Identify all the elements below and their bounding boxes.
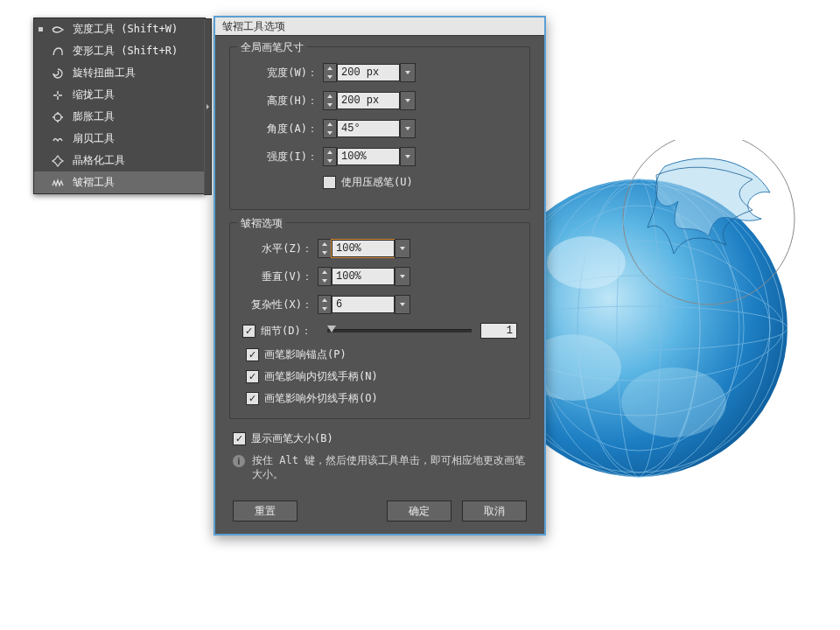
tool-label: 宽度工具 (Shift+W) xyxy=(73,22,178,37)
spinner-height[interactable] xyxy=(323,91,337,110)
input-detail-value[interactable]: 1 xyxy=(480,323,517,339)
label-complexity: 复杂性(X)： xyxy=(242,298,318,312)
twirl-tool-icon xyxy=(50,66,66,81)
pucker-tool-icon xyxy=(50,88,66,103)
spinner-vertical[interactable] xyxy=(318,267,332,286)
tool-item-wrinkle[interactable]: 皱褶工具 xyxy=(34,172,205,193)
tool-item-twirl[interactable]: 旋转扭曲工具 xyxy=(34,62,205,84)
slider-detail[interactable] xyxy=(327,329,472,332)
checkbox-pressure-pen[interactable] xyxy=(323,176,336,189)
label-width: 宽度(W)： xyxy=(242,66,323,80)
tool-label: 膨胀工具 xyxy=(73,109,115,124)
tool-label: 旋转扭曲工具 xyxy=(73,66,136,80)
input-vertical[interactable]: 100% xyxy=(332,268,395,285)
tool-label: 扇贝工具 xyxy=(73,131,115,146)
label-affect-anchors: 画笔影响锚点(P) xyxy=(264,347,346,362)
ok-button[interactable]: 确定 xyxy=(387,500,452,522)
flyout-tearoff-handle[interactable] xyxy=(204,18,212,195)
label-detail: 细节(D)： xyxy=(261,324,312,339)
dropdown-width[interactable] xyxy=(400,63,416,82)
tool-item-width[interactable]: 宽度工具 (Shift+W) xyxy=(34,18,205,40)
svg-point-15 xyxy=(54,114,61,121)
dropdown-height[interactable] xyxy=(400,91,416,110)
wrinkle-tool-options-dialog: 皱褶工具选项 全局画笔尺寸 宽度(W)： 200 px 高度(H)： 200 p… xyxy=(214,16,546,536)
tool-item-bloat[interactable]: 膨胀工具 xyxy=(34,106,205,128)
tool-label: 缩拢工具 xyxy=(73,88,115,102)
tool-label: 变形工具 (Shift+R) xyxy=(73,44,178,59)
spinner-complexity[interactable] xyxy=(318,295,332,314)
width-tool-icon xyxy=(50,22,66,38)
label-pressure-pen: 使用压感笔(U) xyxy=(341,175,413,190)
dropdown-complexity[interactable] xyxy=(395,295,410,314)
spinner-horizontal[interactable] xyxy=(318,239,332,258)
checkbox-affect-in-handles[interactable] xyxy=(246,370,259,383)
tool-item-crystallize[interactable]: 晶格化工具 xyxy=(34,150,205,172)
spinner-intensity[interactable] xyxy=(323,147,337,166)
label-affect-in-handles: 画笔影响内切线手柄(N) xyxy=(264,369,378,384)
dropdown-horizontal[interactable] xyxy=(395,239,410,258)
group-title: 全局画笔尺寸 xyxy=(237,40,307,55)
checkbox-affect-anchors[interactable] xyxy=(246,348,259,361)
dialog-body: 全局画笔尺寸 宽度(W)： 200 px 高度(H)： 200 px 角度(A)… xyxy=(215,36,544,534)
input-angle[interactable]: 45° xyxy=(337,120,400,137)
tool-label: 皱褶工具 xyxy=(73,175,115,190)
label-affect-out-handles: 画笔影响外切线手柄(O) xyxy=(264,391,378,406)
dialog-title: 皱褶工具选项 xyxy=(215,18,544,36)
group-title: 皱褶选项 xyxy=(237,216,286,231)
label-horizontal: 水平(Z)： xyxy=(242,242,318,256)
checkbox-detail[interactable]: ✓ xyxy=(242,325,256,338)
tool-item-warp[interactable]: 变形工具 (Shift+R) xyxy=(34,40,205,62)
group-global-brush: 全局画笔尺寸 宽度(W)： 200 px 高度(H)： 200 px 角度(A)… xyxy=(229,46,530,210)
group-wrinkle-options: 皱褶选项 水平(Z)： 100% 垂直(V)： 100% 复杂性(X)： 6 xyxy=(229,222,530,419)
input-horizontal[interactable]: 100% xyxy=(332,240,395,257)
dropdown-intensity[interactable] xyxy=(400,147,416,166)
bloat-tool-icon xyxy=(50,109,66,125)
reset-button[interactable]: 重置 xyxy=(233,500,298,522)
input-width[interactable]: 200 px xyxy=(337,64,400,81)
cancel-button[interactable]: 取消 xyxy=(462,500,527,522)
dropdown-vertical[interactable] xyxy=(395,267,410,286)
label-angle: 角度(A)： xyxy=(242,122,323,136)
label-vertical: 垂直(V)： xyxy=(242,270,318,284)
label-height: 高度(H)： xyxy=(242,94,323,108)
input-complexity[interactable]: 6 xyxy=(332,296,395,313)
spinner-width[interactable] xyxy=(323,63,337,82)
tool-item-scallop[interactable]: 扇贝工具 xyxy=(34,128,205,150)
tool-flyout-panel: 宽度工具 (Shift+W) 变形工具 (Shift+R) 旋转扭曲工具 缩拢工… xyxy=(33,18,206,194)
slider-thumb-icon xyxy=(327,326,336,332)
wrinkle-tool-icon xyxy=(50,175,66,191)
svg-point-14 xyxy=(621,368,726,438)
svg-point-12 xyxy=(547,236,626,289)
dropdown-angle[interactable] xyxy=(400,119,416,138)
label-intensity: 强度(I)： xyxy=(242,150,323,164)
tool-label: 晶格化工具 xyxy=(73,153,125,168)
checkbox-show-brush-size[interactable] xyxy=(233,432,246,445)
checkbox-affect-out-handles[interactable] xyxy=(246,392,259,405)
input-intensity[interactable]: 100% xyxy=(337,148,400,165)
hint-text: 按住 Alt 键，然后使用该工具单击，即可相应地更改画笔大小。 xyxy=(252,453,527,481)
label-show-brush-size: 显示画笔大小(B) xyxy=(251,431,333,446)
info-icon: i xyxy=(233,455,245,467)
input-height[interactable]: 200 px xyxy=(337,92,400,109)
scallop-tool-icon xyxy=(50,131,66,147)
active-tool-marker xyxy=(38,27,43,32)
warp-tool-icon xyxy=(50,44,66,60)
crystallize-tool-icon xyxy=(50,153,66,169)
tool-item-pucker[interactable]: 缩拢工具 xyxy=(34,84,205,106)
spinner-angle[interactable] xyxy=(323,119,337,138)
